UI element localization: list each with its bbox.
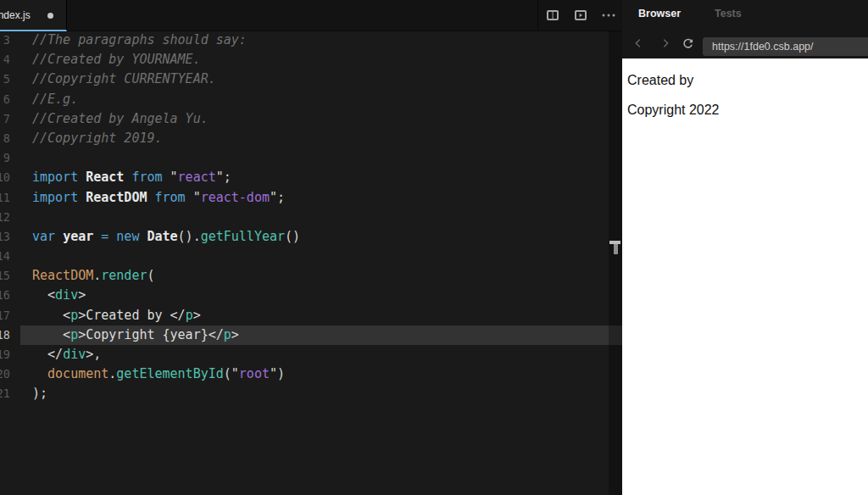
preview-content: Created by Copyright 2022 xyxy=(622,58,868,495)
code-token: getElementById xyxy=(116,366,223,381)
code-line[interactable]: 15ReactDOM.render( xyxy=(0,266,622,286)
code-token: ") xyxy=(270,366,285,381)
code-line[interactable]: 19 </div>, xyxy=(0,345,622,364)
code-line[interactable]: 5//Copyright CURRENTYEAR. xyxy=(0,70,622,89)
code-text: //E.g. xyxy=(0,90,622,109)
editor-actions xyxy=(537,0,622,31)
code-line[interactable]: 6//E.g. xyxy=(0,90,622,109)
code-line[interactable]: 3//The paragraphs should say: xyxy=(0,31,622,50)
code-token: () xyxy=(285,229,300,244)
code-line[interactable]: 16 <div> xyxy=(0,286,622,305)
code-token xyxy=(32,366,47,381)
t-handle-icon[interactable] xyxy=(609,241,621,256)
line-number: 10 xyxy=(0,168,10,187)
code-line[interactable]: 13var year = new Date().getFullYear() xyxy=(0,227,622,247)
code-token: p xyxy=(186,308,193,323)
code-token: > xyxy=(231,327,239,342)
back-button[interactable] xyxy=(629,34,648,53)
code-token: var xyxy=(32,229,63,244)
line-number: 11 xyxy=(0,188,10,208)
code-token: div xyxy=(55,287,78,303)
code-token: > xyxy=(78,327,86,342)
code-token: = xyxy=(101,229,116,244)
code-token: //Copyright 2019. xyxy=(32,131,163,146)
line-number: 15 xyxy=(0,266,10,286)
reload-icon xyxy=(682,37,694,50)
code-text: //Created by Angela Yu. xyxy=(0,109,622,129)
code-line[interactable]: 10import React from "react"; xyxy=(0,168,622,187)
code-line[interactable]: 12 xyxy=(0,208,622,227)
forward-button[interactable] xyxy=(656,34,675,53)
code-line[interactable]: 9 xyxy=(0,148,622,168)
code-text: //Copyright 2019. xyxy=(0,129,622,148)
code-token: > xyxy=(193,308,201,323)
codesandbox-window: index.js xyxy=(0,0,868,495)
line-number: 5 xyxy=(0,70,10,89)
line-number: 19 xyxy=(0,345,10,364)
code-token: year xyxy=(63,229,101,244)
code-token: (" xyxy=(224,366,239,381)
code-token: import xyxy=(32,190,86,205)
code-token: </ xyxy=(32,347,63,362)
line-number: 6 xyxy=(0,90,10,109)
line-number: 12 xyxy=(0,208,10,227)
code-line[interactable]: 18 <p>Copyright {year}</p> xyxy=(0,325,622,345)
code-token: p xyxy=(70,308,78,323)
code-text: //The paragraphs should say: xyxy=(0,31,622,50)
line-number: 17 xyxy=(0,306,10,325)
tab-tests[interactable]: Tests xyxy=(715,0,742,27)
code-token: document xyxy=(47,366,108,381)
tab-index-js[interactable]: index.js xyxy=(0,0,67,31)
unsaved-dot-icon[interactable] xyxy=(47,13,53,19)
line-number: 3 xyxy=(0,31,10,50)
code-line[interactable]: 21); xyxy=(0,384,622,403)
refresh-button[interactable] xyxy=(678,34,697,53)
tab-browser[interactable]: Browser xyxy=(638,0,681,27)
code-text: ReactDOM.render( xyxy=(0,266,622,286)
chevron-right-icon xyxy=(659,37,671,49)
code-token: ReactDOM xyxy=(86,190,154,205)
preview-paragraph: Copyright 2022 xyxy=(627,103,720,118)
line-number: 14 xyxy=(0,247,10,266)
code-line[interactable]: 11import ReactDOM from "react-dom"; xyxy=(0,188,622,208)
ellipsis-icon[interactable] xyxy=(601,8,616,23)
code-token: Date xyxy=(147,229,177,244)
code-token: ReactDOM xyxy=(32,268,93,283)
code-token: from xyxy=(155,190,193,205)
code-token: div xyxy=(63,347,86,362)
code-text: ); xyxy=(0,384,622,403)
chevron-left-icon xyxy=(632,37,644,49)
editor-pane: index.js xyxy=(0,0,622,495)
code-line[interactable]: 7//Created by Angela Yu. xyxy=(0,109,622,129)
code-text: var year = new Date().getFullYear() xyxy=(0,227,622,247)
code-text: <div> xyxy=(0,286,622,305)
editor-tabbar: index.js xyxy=(0,0,622,31)
code-token: > xyxy=(78,308,86,323)
code-editor[interactable]: 3//The paragraphs should say:4//Created … xyxy=(0,31,622,495)
code-text: import React from "react"; xyxy=(0,168,622,187)
code-line[interactable]: 8//Copyright 2019. xyxy=(0,129,622,148)
pane-resizer[interactable] xyxy=(609,31,622,495)
url-input[interactable]: https://1fde0.csb.app/ xyxy=(703,37,868,56)
split-columns-icon[interactable] xyxy=(545,8,560,23)
code-text: import ReactDOM from "react-dom"; xyxy=(0,188,622,208)
url-text: https://1fde0.csb.app/ xyxy=(712,41,814,53)
line-number: 7 xyxy=(0,109,10,129)
code-lines: 3//The paragraphs should say:4//Created … xyxy=(0,31,622,404)
code-token: ); xyxy=(32,386,47,401)
code-line[interactable]: 17 <p>Created by </p> xyxy=(0,306,622,325)
browser-navbar: https://1fde0.csb.app/ xyxy=(622,27,868,58)
code-text: </div>, xyxy=(0,345,622,364)
code-line[interactable]: 20 document.getElementById("root") xyxy=(0,364,622,384)
code-token: React xyxy=(86,170,131,185)
code-line[interactable]: 4//Created by YOURNAME. xyxy=(0,50,622,70)
code-token: p xyxy=(70,327,78,342)
code-token: "; xyxy=(270,190,285,205)
code-line[interactable]: 14 xyxy=(0,247,622,266)
code-token: </ xyxy=(209,327,224,342)
line-number: 20 xyxy=(0,364,10,384)
preview-window-icon[interactable] xyxy=(573,8,588,23)
code-text: <p>Created by </p> xyxy=(0,306,622,325)
code-text: <p>Copyright {year}</p> xyxy=(0,325,622,345)
code-token: //Created by Angela Yu. xyxy=(32,111,209,126)
